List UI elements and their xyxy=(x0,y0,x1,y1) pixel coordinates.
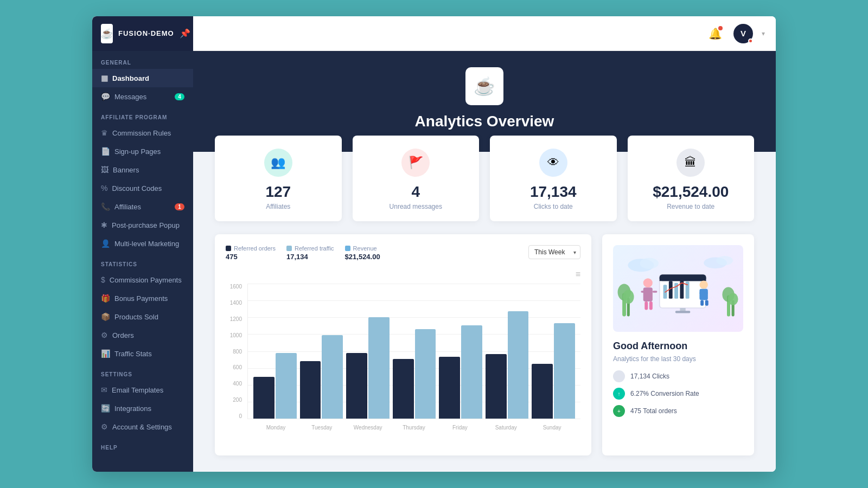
chart-panel: Referred orders475Referred traffic17,134… xyxy=(215,234,591,455)
chart-filter-select[interactable]: This WeekLast WeekThis MonthLast Month xyxy=(528,245,580,259)
sidebar-icon-products-sold: 📦 xyxy=(101,312,110,321)
right-panel: Good Afternoon Analytics for the last 30… xyxy=(602,234,754,455)
stat-card-revenue: 🏛$21,524.00Revenue to date xyxy=(628,136,755,221)
sidebar-item-multilevel-marketing[interactable]: 👤Multi-level Marketing xyxy=(92,234,193,253)
sidebar-label-affiliates: Affiliates xyxy=(114,203,141,211)
bar-light-saturday xyxy=(508,311,529,419)
sidebar-item-email-templates[interactable]: ✉Email Templates xyxy=(92,381,193,399)
sidebar-item-products-sold[interactable]: 📦Products Sold xyxy=(92,307,193,326)
user-menu-chevron[interactable]: ▾ xyxy=(762,30,765,37)
stat-icon-revenue: 🏛 xyxy=(676,149,705,177)
analytics-item-orders: +475 Total orders xyxy=(613,405,743,417)
analytics-text-clicks: 17,134 Clicks xyxy=(630,373,669,380)
sidebar-item-dashboard[interactable]: ▦Dashboard xyxy=(92,69,193,87)
sidebar-section-general: General xyxy=(92,51,193,69)
sidebar-item-banners[interactable]: 🖼Banners xyxy=(92,160,193,179)
sidebar-badge-messages: 4 xyxy=(175,93,184,100)
bar-dark-saturday xyxy=(486,354,507,419)
svg-rect-20 xyxy=(641,291,646,292)
svg-point-18 xyxy=(643,278,653,287)
sidebar-label-discount-codes: Discount Codes xyxy=(112,184,162,192)
sidebar-section-settings: Settings xyxy=(92,363,193,381)
stat-value-unread-messages: 4 xyxy=(363,183,469,201)
stat-card-affiliates: 👥127Affiliates xyxy=(215,136,342,221)
legend-value-referred-traffic: 17,134 xyxy=(286,253,334,261)
stat-label-revenue: Revenue to date xyxy=(639,203,744,210)
sidebar-icon-bonus-payments: 🎁 xyxy=(101,294,110,303)
svg-rect-27 xyxy=(704,292,708,294)
legend-item-revenue: Revenue$21,524.00 xyxy=(345,245,380,261)
sidebar-label-integrations: Integrations xyxy=(114,404,151,413)
bar-group-sunday xyxy=(532,323,575,419)
sidebar-section-help: Help xyxy=(92,436,193,454)
main-layout: General▦Dashboard💬Messages4Affiliate pro… xyxy=(92,51,776,472)
brand-logo-icon: ☕ xyxy=(101,24,113,43)
stat-label-unread-messages: Unread messages xyxy=(363,203,469,210)
chart-x-labels: MondayTuesdayWednesdayThursdayFridaySatu… xyxy=(247,419,580,435)
pin-icon[interactable]: 📌 xyxy=(180,28,190,38)
sidebar-item-orders[interactable]: ⚙Orders xyxy=(92,326,193,344)
sidebar-label-account-settings: Account & Settings xyxy=(112,423,172,431)
chart-menu-icon[interactable]: ≡ xyxy=(576,269,580,279)
chart-legend: Referred orders475Referred traffic17,134… xyxy=(226,245,380,261)
chart-y-labels: 16001400120010008006004002000 xyxy=(226,284,245,419)
top-bar: ☕ FUSION·DEMO 📌 🔔 V ▾ xyxy=(92,16,776,51)
analytics-dot-orders: + xyxy=(613,405,625,417)
legend-dot-referred-traffic xyxy=(286,246,292,251)
svg-rect-14 xyxy=(680,278,684,299)
bar-light-thursday xyxy=(415,329,436,419)
sidebar: General▦Dashboard💬Messages4Affiliate pro… xyxy=(92,51,193,472)
stat-value-clicks: 17,134 xyxy=(501,183,606,201)
svg-point-7 xyxy=(623,290,634,304)
sidebar-item-signup-pages[interactable]: 📄Sign-up Pages xyxy=(92,142,193,160)
sidebar-item-affiliates[interactable]: 📞Affiliates1 xyxy=(92,197,193,216)
illustration-svg xyxy=(613,245,743,332)
sidebar-label-signup-pages: Sign-up Pages xyxy=(114,147,161,156)
sidebar-item-commission-rules[interactable]: ♛Commission Rules xyxy=(92,124,193,142)
sidebar-icon-traffic-stats: 📊 xyxy=(101,349,110,358)
bar-dark-friday xyxy=(439,357,460,419)
sidebar-item-account-settings[interactable]: ⚙Account & Settings xyxy=(92,418,193,436)
chart-header: Referred orders475Referred traffic17,134… xyxy=(226,245,580,261)
bar-group-tuesday xyxy=(300,335,343,419)
svg-point-1 xyxy=(640,258,659,269)
bar-group-wednesday xyxy=(346,317,390,419)
svg-point-24 xyxy=(699,280,707,288)
analytics-item-conversion: ↑6.27% Conversion Rate xyxy=(613,388,743,400)
sidebar-item-commission-payments[interactable]: $Commission Payments xyxy=(92,271,193,289)
legend-item-referred-orders: Referred orders475 xyxy=(226,245,276,261)
bottom-section: Referred orders475Referred traffic17,134… xyxy=(193,234,776,472)
main-content: ☕ Analytics Overview 👥127Affiliates🚩4Unr… xyxy=(193,51,776,472)
bar-dark-tuesday xyxy=(300,361,321,419)
illustration xyxy=(613,245,743,332)
legend-value-referred-orders: 475 xyxy=(226,253,276,261)
sidebar-item-discount-codes[interactable]: %Discount Codes xyxy=(92,179,193,197)
svg-rect-22 xyxy=(644,301,648,310)
svg-rect-21 xyxy=(653,291,658,292)
chart-bars xyxy=(247,284,580,419)
notification-button[interactable]: 🔔 xyxy=(705,24,725,43)
sidebar-icon-affiliates: 📞 xyxy=(101,202,110,211)
bar-light-monday xyxy=(276,353,297,419)
stat-icon-unread-messages: 🚩 xyxy=(401,149,430,177)
sidebar-icon-post-purchase-popup: ✱ xyxy=(101,221,107,229)
sidebar-item-integrations[interactable]: 🔄Integrations xyxy=(92,399,193,418)
sidebar-item-traffic-stats[interactable]: 📊Traffic Stats xyxy=(92,344,193,363)
sidebar-label-bonus-payments: Bonus Payments xyxy=(114,294,168,303)
chart-area: 16001400120010008006004002000MondayTuesd… xyxy=(226,284,580,435)
sidebar-icon-orders: ⚙ xyxy=(101,331,108,339)
svg-point-3 xyxy=(716,256,733,265)
sidebar-item-bonus-payments[interactable]: 🎁Bonus Payments xyxy=(92,289,193,307)
sidebar-icon-account-settings: ⚙ xyxy=(101,422,108,431)
bar-light-tuesday xyxy=(322,335,343,419)
avatar-status-dot xyxy=(748,38,753,43)
user-avatar-button[interactable]: V xyxy=(733,24,753,43)
top-bar-brand: ☕ FUSION·DEMO 📌 xyxy=(92,16,193,51)
sidebar-item-post-purchase-popup[interactable]: ✱Post-purchase Popup xyxy=(92,216,193,234)
chart-filter[interactable]: This WeekLast WeekThis MonthLast Month xyxy=(528,245,580,259)
hero-logo: ☕ xyxy=(465,67,503,105)
bar-dark-sunday xyxy=(532,364,553,419)
sidebar-label-banners: Banners xyxy=(113,166,139,174)
sidebar-icon-multilevel-marketing: 👤 xyxy=(101,239,110,248)
sidebar-item-messages[interactable]: 💬Messages4 xyxy=(92,87,193,106)
